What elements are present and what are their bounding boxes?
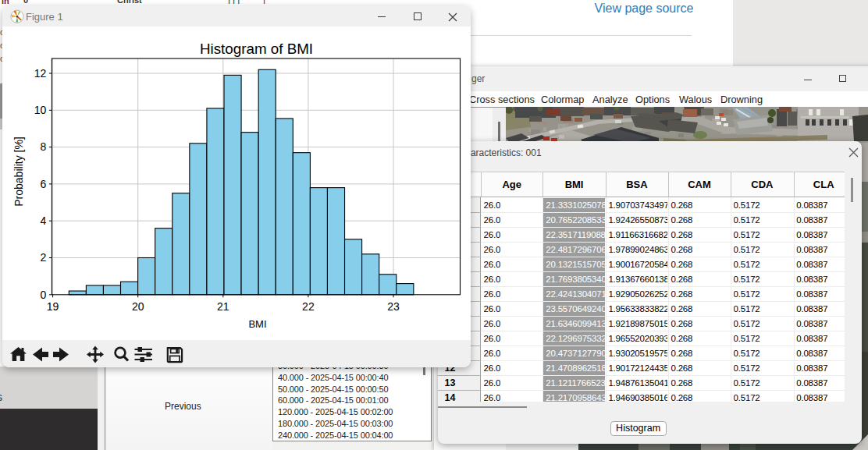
svg-text:6: 6 — [41, 178, 47, 190]
svg-text:8: 8 — [41, 140, 47, 153]
svg-text:10: 10 — [34, 104, 47, 116]
svg-text:0: 0 — [41, 289, 47, 301]
svg-text:Probability [%]: Probability [%] — [12, 136, 25, 206]
svg-text:2: 2 — [41, 251, 47, 264]
svg-text:12: 12 — [34, 67, 47, 80]
svg-text:BMI: BMI — [248, 318, 266, 330]
svg-text:Histogram of BMI: Histogram of BMI — [200, 41, 313, 57]
svg-text:21: 21 — [217, 300, 229, 313]
svg-text:22: 22 — [302, 300, 315, 313]
svg-text:4: 4 — [41, 214, 47, 227]
svg-text:23: 23 — [387, 300, 400, 313]
svg-text:19: 19 — [47, 300, 59, 313]
svg-text:20: 20 — [132, 300, 144, 313]
